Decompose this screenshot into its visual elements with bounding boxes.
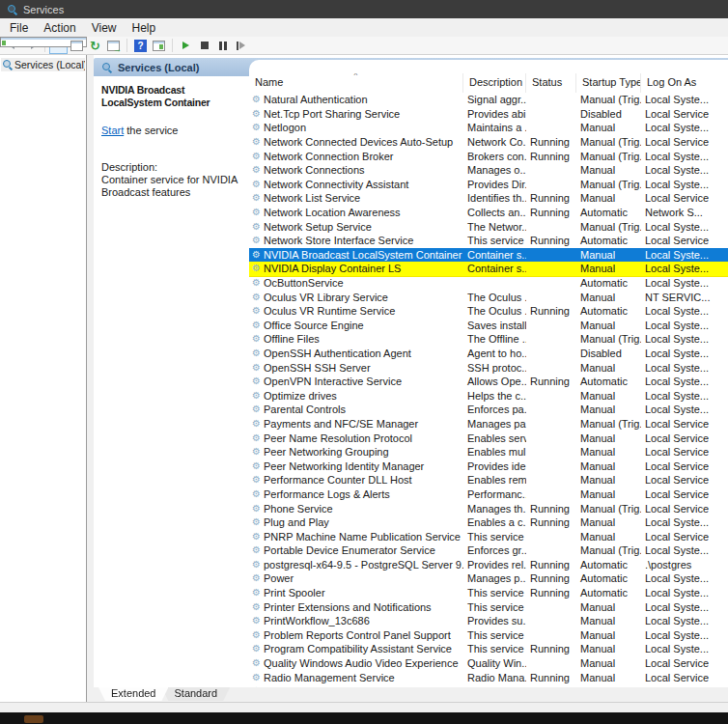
startup-type-cell: Manual (Trig...	[576, 179, 641, 190]
table-row[interactable]: ⚙Oculus VR Runtime ServiceThe Oculus ...…	[249, 304, 728, 319]
service-gear-icon: ⚙	[252, 292, 261, 302]
startup-type-cell: Automatic	[576, 235, 641, 246]
restart-service-button[interactable]	[232, 38, 250, 54]
table-row[interactable]: ⚙OpenVPN Interactive ServiceAllows Ope..…	[249, 375, 728, 389]
service-name-cell: ⚙NVIDIA Display Container LS	[249, 263, 463, 274]
description-cell: Brokers con...	[463, 151, 526, 162]
logon-cell: Local Service	[641, 235, 728, 246]
table-row[interactable]: ⚙OcButtonServiceAutomaticLocal Syste...	[249, 276, 728, 291]
table-row[interactable]: ⚙Payments and NFC/SE ManagerManages pa..…	[249, 417, 728, 432]
table-row[interactable]: ⚙Optimize drivesHelps the c...ManualLoca…	[249, 388, 728, 403]
logon-cell: Local Syste...	[641, 643, 728, 654]
service-name-cell: ⚙Parental Controls	[249, 404, 463, 415]
logon-cell: Local Syste...	[641, 629, 728, 641]
show-action-pane-button[interactable]	[150, 38, 168, 54]
table-row[interactable]: ⚙Portable Device Enumerator ServiceEnfor…	[249, 543, 728, 558]
export-list-button[interactable]: →	[104, 38, 123, 54]
table-row[interactable]: ⚙NVIDIA Display Container LSContainer s.…	[249, 262, 728, 276]
show-console-tree-button[interactable]	[49, 38, 68, 54]
table-row[interactable]: ⚙OpenSSH Authentication AgentAgent to ho…	[249, 347, 728, 361]
menu-file[interactable]: File	[2, 20, 36, 36]
menu-help[interactable]: Help	[125, 20, 164, 36]
table-row[interactable]: ⚙Network Connectivity AssistantProvides …	[249, 178, 728, 192]
table-row[interactable]: ⚙Print SpoolerThis service ...RunningAut…	[249, 586, 728, 600]
table-row[interactable]: ⚙Offline FilesThe Offline ...Manual (Tri…	[249, 332, 728, 347]
column-header-startup-type[interactable]: Startup Type	[576, 73, 641, 93]
table-row[interactable]: ⚙Plug and PlayEnables a c...RunningManua…	[249, 515, 728, 530]
table-row[interactable]: ⚙PrintWorkflow_13c686Provides su...Manua…	[249, 614, 728, 628]
table-row[interactable]: ⚙Network Setup ServiceThe Networ...Manua…	[249, 219, 728, 234]
startup-type-cell: Manual	[576, 643, 641, 654]
table-row[interactable]: ⚙PNRP Machine Name Publication ServiceTh…	[249, 529, 728, 543]
logon-cell: Local Syste...	[641, 249, 728, 261]
description-cell: Provides ide...	[463, 460, 526, 472]
startup-type-cell: Manual	[576, 474, 641, 486]
table-row[interactable]: ⚙PowerManages p...RunningAutomaticLocal …	[249, 571, 728, 586]
service-name-cell: ⚙Problem Reports Control Panel Support	[249, 629, 463, 641]
description-cell: Enables serv...	[463, 432, 526, 444]
status-cell: Running	[526, 643, 576, 654]
table-row[interactable]: ⚙Network Store Interface ServiceThis ser…	[249, 234, 728, 248]
title-bar: Services	[0, 0, 728, 18]
console-tree-panel: Services (Local)	[0, 55, 87, 702]
table-row[interactable]: ⚙NVIDIA Broadcast LocalSystem ContainerC…	[249, 248, 728, 263]
table-row[interactable]: ⚙Peer Networking GroupingEnables mul...M…	[249, 445, 728, 459]
service-name-cell: ⚙postgresql-x64-9.5 - PostgreSQL Server …	[249, 559, 463, 571]
restart-icon	[237, 42, 246, 50]
extended-info-pane: NVIDIA Broadcast LocalSystem Container S…	[94, 76, 249, 687]
table-row[interactable]: ⚙Office Source EngineSaves install...Man…	[249, 319, 728, 333]
table-row[interactable]: ⚙postgresql-x64-9.5 - PostgreSQL Server …	[249, 558, 728, 572]
column-header-status[interactable]: Status	[526, 73, 576, 93]
startup-type-cell: Manual	[576, 249, 641, 261]
table-row[interactable]: ⚙Program Compatibility Assistant Service…	[249, 642, 728, 656]
help-button[interactable]: ?	[131, 38, 150, 54]
table-row[interactable]: ⚙Network Connection BrokerBrokers con...…	[249, 149, 728, 163]
table-row[interactable]: ⚙Network ConnectionsManages o...ManualLo…	[249, 163, 728, 178]
service-gear-icon: ⚙	[252, 152, 261, 161]
start-service-link[interactable]: Start	[101, 125, 124, 136]
menu-view[interactable]: View	[84, 20, 125, 36]
tab-extended[interactable]: Extended	[98, 687, 168, 701]
tab-standard[interactable]: Standard	[161, 687, 230, 701]
status-cell: Running	[526, 672, 576, 683]
stop-service-button[interactable]	[195, 38, 213, 54]
table-row[interactable]: ⚙Performance Counter DLL HostEnables rem…	[249, 473, 728, 487]
table-row[interactable]: ⚙Peer Networking Identity ManagerProvide…	[249, 459, 728, 473]
description-cell: Identifies th...	[463, 192, 526, 204]
table-row[interactable]: ⚙Peer Name Resolution ProtocolEnables se…	[249, 431, 728, 445]
tree-item-services-local[interactable]: Services (Local)	[1, 58, 85, 71]
table-row[interactable]: ⚙Network List ServiceIdentifies th...Run…	[249, 191, 728, 206]
table-row[interactable]: ⚙Printer Extensions and NotificationsThi…	[249, 599, 728, 614]
table-row[interactable]: ⚙Performance Logs & AlertsPerformanc...M…	[249, 487, 728, 502]
service-gear-icon: ⚙	[252, 264, 261, 273]
table-row[interactable]: ⚙Natural AuthenticationSignal aggr...Man…	[249, 93, 728, 107]
service-name-cell: ⚙OpenSSH SSH Server	[249, 362, 463, 374]
startup-type-cell: Manual	[576, 404, 641, 415]
start-service-button[interactable]	[177, 38, 195, 54]
menu-action[interactable]: Action	[36, 20, 83, 36]
table-row[interactable]: ⚙Problem Reports Control Panel SupportTh…	[249, 628, 728, 643]
table-row[interactable]: ⚙Phone ServiceManages th...RunningManual…	[249, 501, 728, 515]
service-name-cell: ⚙Natural Authentication	[249, 94, 463, 105]
pause-service-button[interactable]	[213, 38, 232, 54]
table-row[interactable]: ⚙Net.Tcp Port Sharing ServiceProvides ab…	[249, 107, 728, 122]
refresh-button[interactable]: ↻	[86, 38, 104, 54]
table-row[interactable]: ⚙Radio Management ServiceRadio Mana...Ru…	[249, 670, 728, 684]
table-row[interactable]: ⚙OpenSSH SSH ServerSSH protoc...ManualLo…	[249, 360, 728, 375]
description-cell: Provides abi...	[463, 108, 526, 120]
table-row[interactable]: ⚙Parental ControlsEnforces pa...ManualLo…	[249, 403, 728, 417]
column-header-description[interactable]: Description	[463, 73, 526, 93]
column-header-log-on-as[interactable]: Log On As	[641, 73, 728, 93]
startup-type-cell: Disabled	[576, 348, 641, 359]
startup-type-cell: Manual	[576, 263, 641, 274]
logon-cell: Local Syste...	[641, 164, 728, 176]
status-cell: Running	[526, 503, 576, 515]
table-row[interactable]: ⚙Oculus VR Library ServiceThe Oculus ...…	[249, 290, 728, 304]
column-header-name[interactable]: Name^	[249, 73, 463, 93]
table-row[interactable]: ⚙NetlogonMaintains a ...ManualLocal Syst…	[249, 121, 728, 135]
table-row[interactable]: ⚙Network Location AwarenessCollects an..…	[249, 206, 728, 220]
table-row[interactable]: ⚙Network Connected Devices Auto-SetupNet…	[249, 135, 728, 150]
service-gear-icon: ⚙	[252, 348, 261, 358]
status-cell: Running	[526, 587, 576, 599]
table-row[interactable]: ⚙Quality Windows Audio Video ExperienceQ…	[249, 656, 728, 671]
